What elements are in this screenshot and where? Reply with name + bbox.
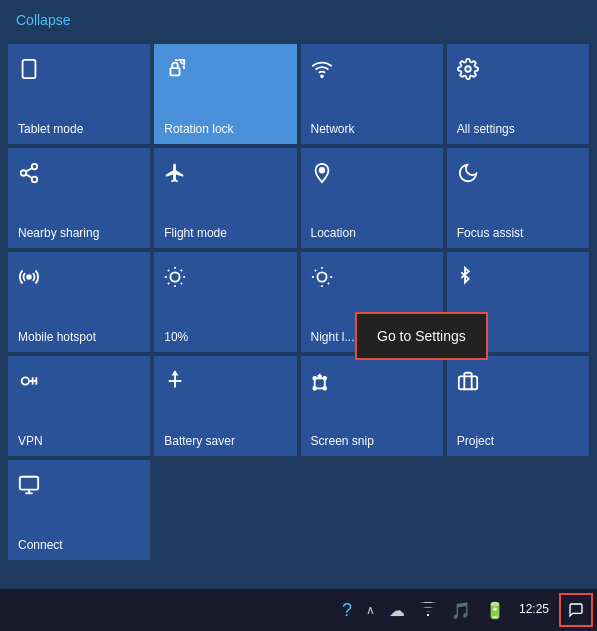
tile-empty-3 — [447, 460, 589, 560]
network-label: Network — [311, 122, 355, 136]
svg-point-4 — [465, 66, 471, 72]
svg-point-37 — [323, 387, 326, 390]
chevron-up-icon[interactable]: ∧ — [362, 601, 379, 619]
location-label: Location — [311, 226, 356, 240]
night-light-label: Night l... — [311, 330, 355, 344]
svg-point-36 — [313, 387, 316, 390]
svg-line-15 — [168, 270, 169, 271]
svg-point-44 — [427, 613, 429, 615]
vpn-label: VPN — [18, 434, 43, 448]
tile-flight-mode[interactable]: Flight mode — [154, 148, 296, 248]
tile-mobile-hotspot[interactable]: Mobile hotspot — [8, 252, 150, 352]
tile-network[interactable]: Network — [301, 44, 443, 144]
svg-line-24 — [314, 270, 315, 271]
nearby-sharing-label: Nearby sharing — [18, 226, 99, 240]
tile-location[interactable]: Location — [301, 148, 443, 248]
svg-line-8 — [26, 174, 32, 178]
bluetooth-icon — [457, 266, 473, 294]
svg-line-25 — [327, 283, 328, 284]
cloud-icon[interactable]: ☁ — [385, 599, 409, 622]
tile-empty-1 — [154, 460, 296, 560]
project-label: Project — [457, 434, 494, 448]
svg-rect-40 — [459, 376, 477, 389]
flight-mode-icon — [164, 162, 186, 190]
action-center: Collapse Tablet mode Rotation lock — [0, 0, 597, 589]
night-10-label: 10% — [164, 330, 188, 344]
tile-night-light[interactable]: Night l... — [301, 252, 443, 352]
tablet-mode-label: Tablet mode — [18, 122, 83, 136]
svg-line-19 — [168, 283, 169, 284]
tablet-mode-icon — [18, 58, 40, 85]
screen-snip-icon — [311, 370, 333, 398]
night-light-icon — [311, 266, 333, 294]
svg-rect-41 — [20, 477, 38, 490]
battery-saver-label: Battery saver — [164, 434, 235, 448]
svg-point-6 — [21, 170, 27, 176]
network-icon — [311, 58, 333, 86]
svg-point-5 — [32, 164, 38, 170]
location-icon — [311, 162, 333, 190]
tile-bluetooth[interactable] — [447, 252, 589, 352]
help-icon[interactable]: ? — [338, 598, 356, 623]
flight-mode-label: Flight mode — [164, 226, 227, 240]
svg-point-10 — [319, 168, 324, 173]
tile-tablet-mode[interactable]: Tablet mode — [8, 44, 150, 144]
svg-point-11 — [27, 275, 31, 279]
nearby-sharing-icon — [18, 162, 40, 190]
focus-assist-label: Focus assist — [457, 226, 524, 240]
focus-assist-icon — [457, 162, 479, 190]
project-icon — [457, 370, 479, 398]
screen-snip-label: Screen snip — [311, 434, 374, 448]
tile-project[interactable]: Project — [447, 356, 589, 456]
tile-battery-saver[interactable]: Battery saver — [154, 356, 296, 456]
tile-nearby-sharing[interactable]: Nearby sharing — [8, 148, 150, 248]
svg-line-16 — [181, 283, 182, 284]
vpn-icon — [18, 370, 40, 398]
tile-rotation-lock[interactable]: Rotation lock — [154, 44, 296, 144]
taskbar: ? ∧ ☁ 🎵 🔋 12:25 — [0, 589, 597, 631]
wifi-icon[interactable] — [415, 600, 441, 621]
tile-connect[interactable]: Connect — [8, 460, 150, 560]
tiles-grid: Tablet mode Rotation lock — [0, 40, 597, 564]
svg-point-21 — [317, 272, 326, 281]
svg-point-28 — [22, 377, 29, 384]
svg-point-34 — [313, 377, 316, 380]
mobile-hotspot-icon — [18, 266, 40, 294]
svg-point-3 — [321, 75, 323, 77]
tile-night-10[interactable]: 10% — [154, 252, 296, 352]
battery-saver-icon — [164, 370, 186, 398]
rotation-lock-label: Rotation lock — [164, 122, 233, 136]
svg-line-20 — [181, 270, 182, 271]
collapse-bar: Collapse — [0, 0, 597, 40]
tile-focus-assist[interactable]: Focus assist — [447, 148, 589, 248]
audio-icon[interactable]: 🎵 — [447, 599, 475, 622]
svg-point-12 — [171, 272, 180, 281]
svg-point-7 — [32, 177, 38, 183]
night-10-icon — [164, 266, 186, 294]
svg-point-35 — [323, 377, 326, 380]
tile-screen-snip[interactable]: Screen snip — [301, 356, 443, 456]
connect-label: Connect — [18, 538, 63, 552]
svg-rect-0 — [23, 60, 36, 78]
tile-empty-2 — [301, 460, 443, 560]
battery-icon[interactable]: 🔋 — [481, 599, 509, 622]
action-center-button[interactable] — [559, 593, 593, 627]
collapse-button[interactable]: Collapse — [16, 12, 70, 28]
all-settings-icon — [457, 58, 479, 86]
all-settings-label: All settings — [457, 122, 515, 136]
mobile-hotspot-label: Mobile hotspot — [18, 330, 96, 344]
svg-rect-2 — [171, 68, 180, 75]
connect-icon — [18, 474, 40, 502]
taskbar-time: 12:25 — [515, 602, 553, 618]
tile-all-settings[interactable]: All settings — [447, 44, 589, 144]
tile-vpn[interactable]: VPN — [8, 356, 150, 456]
svg-line-9 — [26, 168, 32, 172]
rotation-lock-icon — [164, 58, 186, 86]
